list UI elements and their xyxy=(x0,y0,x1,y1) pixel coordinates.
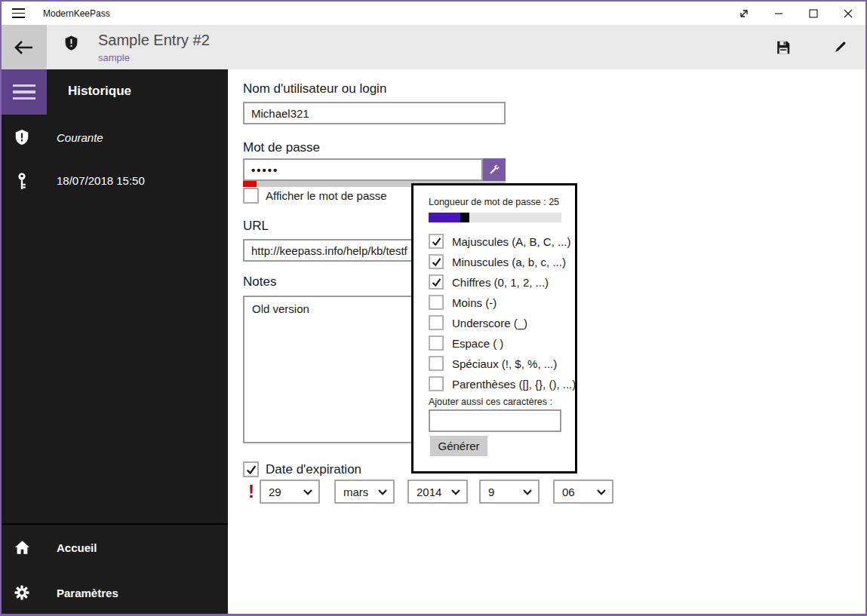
history-item-dated[interactable]: 18/07/2018 15:50 xyxy=(2,161,228,199)
history-item-label: 18/07/2018 15:50 xyxy=(57,174,145,187)
option-minus: Moins (-) xyxy=(429,293,497,311)
maximize-icon[interactable] xyxy=(796,2,831,25)
save-button[interactable] xyxy=(774,38,792,57)
chevron-down-icon xyxy=(450,488,461,496)
close-icon[interactable] xyxy=(831,2,865,25)
history-item-label: Courante xyxy=(57,131,103,144)
select-value: 2014 xyxy=(417,486,441,498)
app-title: ModernKeePass xyxy=(43,8,110,19)
option-special: Spéciaux (!, $, %, ...) xyxy=(429,354,557,372)
option-lowercase: Minuscules (a, b, c, ...) xyxy=(429,253,566,271)
window-controls xyxy=(727,2,865,25)
password-generator-popup: Longueur de mot de passe : 25 Majuscules… xyxy=(411,183,577,473)
checkmark-icon xyxy=(245,464,257,476)
edit-button[interactable] xyxy=(831,38,849,57)
digits-checkbox[interactable] xyxy=(429,274,444,290)
generate-button[interactable]: Générer xyxy=(430,436,487,456)
notes-label: Notes xyxy=(243,274,276,290)
minus-checkbox[interactable] xyxy=(429,295,444,310)
shield-icon xyxy=(14,129,30,146)
checkmark-icon xyxy=(431,256,442,268)
app-window: ModernKeePass xyxy=(0,0,867,616)
shield-exclamation-icon xyxy=(63,35,79,54)
history-sidebar: Historique Courante 18/07/2018 15:50 xyxy=(2,69,228,614)
password-input[interactable] xyxy=(243,158,483,181)
home-icon xyxy=(14,539,30,556)
option-brackets: Parenthèses ([], {}, (), ...) xyxy=(429,375,576,393)
option-uppercase: Majuscules (A, B, C, ...) xyxy=(429,232,571,250)
password-length-slider[interactable] xyxy=(429,213,561,222)
password-length-label: Longueur de mot de passe : 25 xyxy=(429,197,559,207)
select-value: mars xyxy=(343,486,368,498)
back-button[interactable] xyxy=(2,25,47,69)
password-label: Mot de passe xyxy=(243,140,320,155)
sidebar-item-home[interactable]: Accueil xyxy=(2,525,228,570)
sidebar-hamburger-icon[interactable] xyxy=(2,69,47,115)
entry-header: Sample Entry #2 sample xyxy=(2,25,865,69)
sidebar-item-label: Accueil xyxy=(57,541,97,554)
sidebar-item-label: Paramètres xyxy=(57,587,118,599)
expiration-row: Date d'expiration xyxy=(243,461,361,477)
generate-password-button[interactable] xyxy=(483,158,506,181)
entry-form: Nom d'utilisateur ou login Mot de passe … xyxy=(228,69,865,614)
show-password-checkbox[interactable] xyxy=(243,188,259,204)
entry-title-block: Sample Entry #2 sample xyxy=(98,29,210,64)
sidebar-bottom-nav: Accueil xyxy=(2,523,228,614)
expand-icon[interactable] xyxy=(727,2,761,25)
select-value: 9 xyxy=(488,486,494,498)
titlebar: ModernKeePass xyxy=(2,2,865,25)
show-password-label: Afficher le mot de passe xyxy=(266,189,387,202)
checkmark-icon xyxy=(431,277,442,288)
url-label: URL xyxy=(243,219,269,234)
pencil-icon xyxy=(832,39,848,56)
custom-chars-input[interactable] xyxy=(429,409,561,432)
sidebar-heading: Historique xyxy=(68,84,131,99)
sidebar-item-settings[interactable]: Paramètres xyxy=(2,570,228,615)
space-checkbox[interactable] xyxy=(429,336,444,351)
special-checkbox[interactable] xyxy=(429,356,444,371)
option-underscore: Underscore (_) xyxy=(429,314,527,332)
history-item-current[interactable]: Courante xyxy=(2,118,228,156)
show-password-row: Afficher le mot de passe xyxy=(243,188,387,204)
hamburger-icon[interactable] xyxy=(12,8,25,18)
key-icon xyxy=(14,172,30,188)
option-space: Espace ( ) xyxy=(429,334,503,352)
chevron-down-icon xyxy=(303,488,313,496)
slider-thumb[interactable] xyxy=(460,213,469,222)
chevron-down-icon xyxy=(522,488,533,496)
select-value: 06 xyxy=(562,486,575,498)
chevron-down-icon xyxy=(377,488,388,496)
option-digits: Chiffres (0, 1, 2, ...) xyxy=(429,273,549,291)
expiration-label: Date d'expiration xyxy=(266,462,361,477)
save-icon xyxy=(775,39,792,56)
wrench-icon xyxy=(487,163,501,176)
expiry-minute-select[interactable]: 06 xyxy=(553,480,613,504)
lowercase-checkbox[interactable] xyxy=(429,254,444,269)
underscore-checkbox[interactable] xyxy=(429,315,444,330)
expiry-month-select[interactable]: mars xyxy=(334,480,395,504)
expiry-hour-select[interactable]: 9 xyxy=(479,480,540,504)
gear-icon xyxy=(14,584,30,601)
username-input[interactable] xyxy=(243,102,506,124)
expiry-year-select[interactable]: 2014 xyxy=(407,480,468,504)
entry-title: Sample Entry #2 xyxy=(98,29,210,51)
chevron-down-icon xyxy=(596,488,607,496)
expiry-day-select[interactable]: 29 xyxy=(260,480,320,504)
minimize-icon[interactable] xyxy=(761,2,796,25)
checkmark-icon xyxy=(431,236,442,247)
username-label: Nom d'utilisateur ou login xyxy=(243,81,386,97)
entry-group-link[interactable]: sample xyxy=(98,52,210,64)
expired-warning-icon: ! xyxy=(248,480,254,504)
back-arrow-icon xyxy=(14,38,35,57)
uppercase-checkbox[interactable] xyxy=(429,234,444,249)
select-value: 29 xyxy=(269,486,281,498)
brackets-checkbox[interactable] xyxy=(429,376,444,391)
custom-chars-label: Ajouter aussi ces caractères : xyxy=(429,397,552,407)
expiration-checkbox[interactable] xyxy=(243,461,259,477)
